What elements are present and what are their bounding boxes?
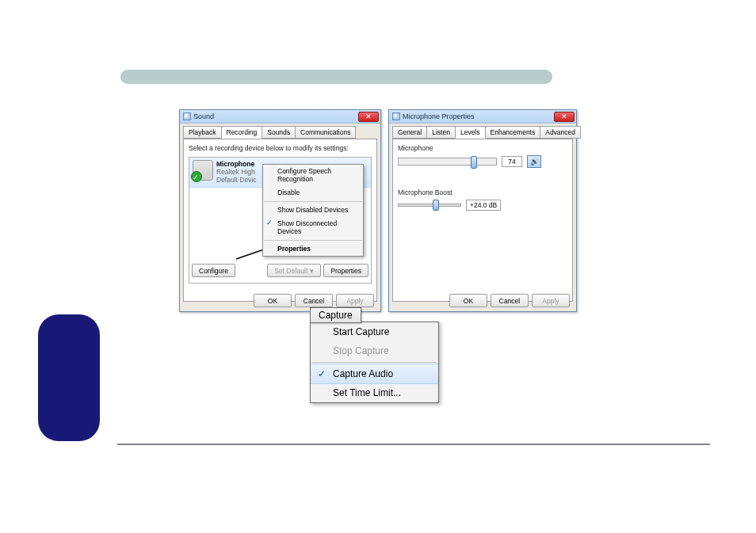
mic-boost-slider[interactable] <box>398 204 461 207</box>
chevron-down-icon: ▾ <box>310 267 314 275</box>
device-context-menu: Configure Speech Recognition Disable Sho… <box>262 164 364 257</box>
tab-enhancements[interactable]: Enhancements <box>485 126 541 139</box>
sound-titlebar: Sound ✕ <box>180 110 380 124</box>
capture-menu: Capture Start Capture Stop Capture Captu… <box>310 322 439 403</box>
speaker-icon: 🔊 <box>530 158 539 166</box>
mic-boost-label: Microphone Boost <box>398 188 567 196</box>
tab-playback[interactable]: Playback <box>183 126 222 139</box>
set-default-button[interactable]: Set Default ▾ <box>267 264 321 277</box>
tab-levels[interactable]: Levels <box>455 126 486 139</box>
mic-level-label: Microphone <box>398 144 567 152</box>
ctx-properties[interactable]: Properties <box>263 242 363 256</box>
slider-thumb[interactable] <box>471 156 477 169</box>
microphone-icon <box>193 160 213 181</box>
tab-sounds[interactable]: Sounds <box>262 126 296 139</box>
ctx-disable[interactable]: Disable <box>263 186 363 200</box>
slider-thumb[interactable] <box>433 200 439 211</box>
close-icon[interactable]: ✕ <box>554 112 575 122</box>
capture-menu-title[interactable]: Capture <box>310 307 361 323</box>
device-text: Microphone Realtek High Default Devic <box>216 160 257 185</box>
mic-level-slider[interactable] <box>398 158 497 166</box>
footer-divider <box>117 444 710 445</box>
ok-button[interactable]: OK <box>254 294 292 307</box>
tab-recording[interactable]: Recording <box>221 126 263 139</box>
configure-button[interactable]: Configure <box>192 264 235 277</box>
sound-title: Sound <box>193 112 358 120</box>
ctx-sep-2 <box>264 240 362 241</box>
tab-communications[interactable]: Communications <box>295 126 356 139</box>
mic-titlebar: Microphone Properties ✕ <box>389 110 576 124</box>
sound-icon <box>183 112 191 120</box>
capture-stop: Stop Capture <box>311 341 438 360</box>
ctx-sep-1 <box>264 201 362 202</box>
device-line3: Default Devic <box>216 176 257 184</box>
mic-boost-value: +24.0 dB <box>466 200 501 211</box>
capture-sep <box>312 362 437 363</box>
capture-start[interactable]: Start Capture <box>311 322 438 341</box>
close-icon[interactable]: ✕ <box>358 112 379 122</box>
mic-tab-body: Microphone 74 🔊 Microphone Boost +24.0 d… <box>392 139 573 302</box>
mic-level-value: 74 <box>502 156 522 167</box>
ok-button[interactable]: OK <box>449 294 487 307</box>
mic-properties-dialog: Microphone Properties ✕ General Listen L… <box>388 109 577 312</box>
tab-advanced[interactable]: Advanced <box>540 126 581 139</box>
tab-listen[interactable]: Listen <box>426 126 456 139</box>
apply-button[interactable]: Apply <box>532 294 570 307</box>
cancel-button[interactable]: Cancel <box>491 294 529 307</box>
mic-title: Microphone Properties <box>403 112 554 120</box>
device-name: Microphone <box>216 160 257 168</box>
device-line2: Realtek High <box>216 168 257 176</box>
sound-instruction: Select a recording device below to modif… <box>189 144 372 152</box>
set-default-label: Set Default <box>274 267 307 275</box>
capture-audio[interactable]: Capture Audio <box>311 364 438 384</box>
sound-dialog: Sound ✕ Playback Recording Sounds Commun… <box>179 109 381 312</box>
sound-tabs: Playback Recording Sounds Communications <box>180 124 380 139</box>
tab-general[interactable]: General <box>392 126 427 139</box>
decorative-pill <box>38 314 100 441</box>
apply-button[interactable]: Apply <box>336 294 374 307</box>
capture-set-time-limit[interactable]: Set Time Limit... <box>311 383 438 402</box>
header-bar <box>120 70 552 84</box>
mute-button[interactable]: 🔊 <box>527 155 541 168</box>
ctx-configure-speech[interactable]: Configure Speech Recognition <box>263 165 363 186</box>
sound-tab-body: Select a recording device below to modif… <box>183 139 377 302</box>
ctx-show-disconnected[interactable]: Show Disconnected Devices <box>263 217 363 238</box>
mic-title-icon <box>392 112 400 120</box>
mic-tabs: General Listen Levels Enhancements Advan… <box>389 124 576 139</box>
ctx-show-disabled[interactable]: Show Disabled Devices <box>263 204 363 217</box>
properties-button[interactable]: Properties <box>323 264 368 277</box>
cancel-button[interactable]: Cancel <box>295 294 333 307</box>
